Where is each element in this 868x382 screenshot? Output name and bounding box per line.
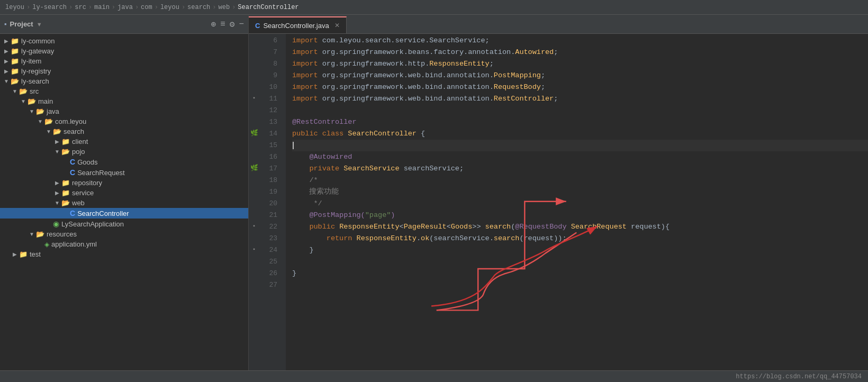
- tree-item-service[interactable]: ▶ 📁 service: [0, 188, 248, 198]
- breadcrumb-item[interactable]: search: [187, 4, 210, 11]
- tree-item-ly-search[interactable]: ▼ 📂 ly-search: [0, 76, 248, 86]
- collapse-icon[interactable]: ≡: [220, 20, 225, 29]
- tab-SearchController[interactable]: C SearchController.java ✕: [249, 16, 347, 33]
- folder-icon: 📁: [11, 47, 19, 55]
- tree-item-web[interactable]: ▼ 📂 web: [0, 198, 248, 208]
- code-line-10: import org.springframework.web.bind.anno…: [292, 81, 868, 93]
- tree-item-ly-item[interactable]: ▶ 📁 ly-item: [0, 56, 248, 66]
- gutter-24: ▪: [249, 243, 259, 255]
- code-line-7: import org.springframework.beans.factory…: [292, 47, 868, 58]
- gutter-27: [249, 278, 259, 290]
- tree-item-pojo[interactable]: ▼ 📂 pojo: [0, 147, 248, 157]
- breadcrumb-item[interactable]: main: [94, 4, 110, 11]
- gutter-7: [249, 46, 259, 57]
- code-line-27: [292, 279, 868, 291]
- gutter-21: [249, 208, 259, 220]
- code-line-26: }: [292, 268, 868, 279]
- folder-icon: 📂: [28, 97, 36, 105]
- minimize-icon[interactable]: −: [239, 20, 244, 29]
- tree-item-test[interactable]: ▶ 📁 test: [0, 249, 248, 259]
- folder-icon: 📁: [61, 179, 70, 187]
- tree-item-main[interactable]: ▼ 📂 main: [0, 96, 248, 106]
- java-folder-icon: 📂: [36, 107, 44, 115]
- breadcrumb-item[interactable]: leyou: [5, 4, 24, 11]
- editor-content[interactable]: ▪ 🌿 🌿 ▪ ▪: [249, 34, 868, 370]
- gutter-6: [249, 34, 259, 46]
- code-area[interactable]: import com.leyou.search.service.SearchSe…: [286, 34, 868, 370]
- tree-item-search[interactable]: ▼ 📂 search: [0, 126, 248, 137]
- project-tree: ▶ 📁 ly-common ▶ 📁 ly-gateway ▶ 📁 ly-item…: [0, 34, 248, 370]
- gutter-26: [249, 267, 259, 278]
- status-url: https://blog.csdn.net/qq_44757034: [736, 373, 862, 380]
- code-line-22: public ResponseEntity<PageResult<Goods>>…: [292, 221, 868, 233]
- gutter-10: [249, 80, 259, 92]
- code-line-20: */: [292, 198, 868, 210]
- tree-item-ly-registry[interactable]: ▶ 📁 ly-registry: [0, 66, 248, 76]
- folder-icon: 📂: [36, 230, 44, 238]
- tree-item-java[interactable]: ▼ 📂 java: [0, 106, 248, 116]
- class-icon: C: [70, 209, 75, 217]
- tree-item-resources[interactable]: ▼ 📂 resources: [0, 229, 248, 239]
- gutter-11: ▪: [249, 92, 259, 104]
- tab-class-icon: C: [255, 22, 260, 30]
- gutter-15: [249, 139, 259, 150]
- arrow-icon: ▼: [2, 78, 11, 84]
- tree-item-client[interactable]: ▶ 📁 client: [0, 137, 248, 147]
- arrow-icon: ▶: [53, 139, 61, 144]
- folder-icon: 📁: [61, 138, 70, 145]
- code-line-15: [292, 140, 868, 151]
- breadcrumb-item[interactable]: src: [75, 4, 86, 11]
- gutter-19: [249, 185, 259, 197]
- gutter-18: [249, 174, 259, 185]
- tree-item-Goods[interactable]: C Goods: [0, 157, 248, 167]
- class-icon: C: [70, 168, 75, 177]
- breadcrumb-item[interactable]: web: [219, 4, 230, 11]
- arrow-icon: ▼: [53, 149, 61, 154]
- code-line-13: @RestController: [292, 116, 868, 128]
- tree-item-application-yml[interactable]: ◈ application.yml: [0, 239, 248, 249]
- code-line-21: @PostMapping("page"): [292, 210, 868, 221]
- arrow-icon: ▶: [53, 190, 61, 196]
- tree-item-repository[interactable]: ▶ 📁 repository: [0, 178, 248, 188]
- tree-item-LySearchApplication[interactable]: ◉ LySearchApplication: [0, 219, 248, 229]
- add-icon[interactable]: ⊕: [211, 19, 216, 30]
- editor[interactable]: ▪ 🌿 🌿 ▪ ▪: [249, 34, 868, 370]
- tab-close-button[interactable]: ✕: [334, 22, 340, 29]
- class-icon: C: [70, 158, 75, 166]
- gutter-22: ▪: [249, 220, 259, 232]
- breadcrumb-item[interactable]: ly-search: [32, 4, 67, 11]
- code-line-12: [292, 105, 868, 116]
- arrow-icon: ▶: [2, 58, 11, 64]
- folder-icon: 📂: [11, 77, 19, 85]
- folder-icon: 📁: [11, 37, 19, 45]
- tree-item-ly-common[interactable]: ▶ 📁 ly-common: [0, 36, 248, 46]
- line-numbers: 6 7 8 9 10 11 12 13 14 15 16 17 18 19 20…: [259, 34, 286, 370]
- tree-item-SearchController[interactable]: C SearchController: [0, 208, 248, 219]
- breadcrumb-item[interactable]: com: [141, 4, 152, 11]
- gutter-23: [249, 232, 259, 243]
- status-bar: https://blog.csdn.net/qq_44757034: [0, 370, 868, 382]
- gutter-16: [249, 150, 259, 162]
- arrow-icon: ▶: [11, 251, 19, 257]
- tree-item-src[interactable]: ▼ 📂 src: [0, 86, 248, 96]
- tree-item-com-leyou[interactable]: ▼ 📂 com.leyou: [0, 116, 248, 126]
- arrow-icon: ▼: [36, 119, 44, 124]
- breadcrumb-item-active[interactable]: SearchController: [238, 4, 299, 11]
- code-line-16: @Autowired: [292, 151, 868, 163]
- code-line-23: return ResponseEntity.ok(searchService.s…: [292, 233, 868, 244]
- tab-label: SearchController.java: [263, 22, 329, 30]
- breadcrumb-item[interactable]: leyou: [160, 4, 179, 11]
- folder-icon: 📁: [61, 189, 70, 197]
- line-gutter: ▪ 🌿 🌿 ▪ ▪: [249, 34, 259, 370]
- arrow-icon: ▼: [28, 108, 36, 114]
- gutter-9: [249, 69, 259, 80]
- settings-icon[interactable]: ⚙: [230, 19, 235, 30]
- code-line-25: [292, 256, 868, 268]
- breadcrumb-bar: leyou › ly-search › src › main › java › …: [0, 0, 868, 15]
- folder-icon: ▪: [4, 20, 7, 28]
- breadcrumb-item[interactable]: java: [117, 4, 133, 11]
- sidebar-header: ▪ Project ▼ ⊕ ≡ ⚙ −: [0, 15, 248, 34]
- tree-item-SearchRequest[interactable]: C SearchRequest: [0, 167, 248, 178]
- dropdown-icon[interactable]: ▼: [37, 21, 42, 28]
- tree-item-ly-gateway[interactable]: ▶ 📁 ly-gateway: [0, 46, 248, 56]
